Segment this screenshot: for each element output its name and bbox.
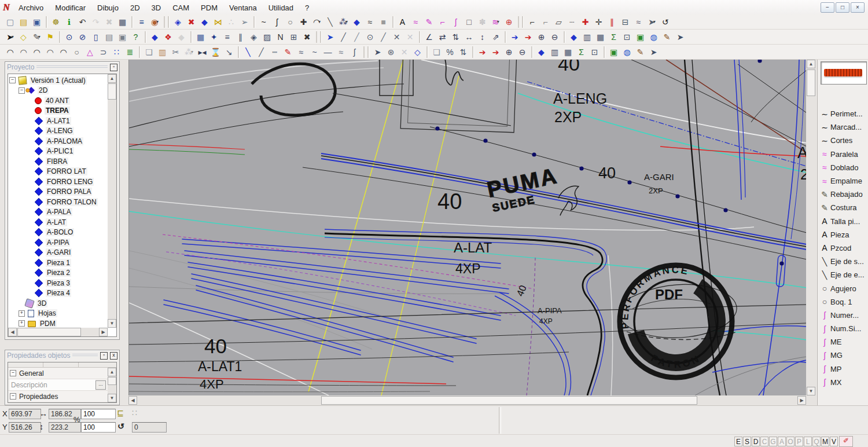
tree-item-pieza-1[interactable]: Pieza 1 bbox=[8, 258, 107, 268]
marking-wave-icon[interactable]: ≈ bbox=[409, 16, 422, 28]
tool-cortes[interactable]: ∼Cortes bbox=[819, 134, 867, 147]
tool-num-si-[interactable]: ʃNum.Si... bbox=[819, 322, 867, 335]
arrow-blue-icon[interactable]: ➔ bbox=[508, 31, 521, 43]
zigzag-icon[interactable]: ≈ bbox=[295, 46, 308, 58]
dotted-measure-icon[interactable]: ┄ bbox=[565, 16, 579, 28]
tree-item-2d[interactable]: −2D bbox=[8, 86, 107, 96]
current-line-style-box[interactable] bbox=[821, 61, 867, 85]
red-cross-icon[interactable]: ✚ bbox=[579, 16, 592, 28]
close-panel-button[interactable]: x bbox=[110, 352, 117, 360]
fillet-icon[interactable]: ◠ bbox=[3, 46, 17, 58]
star-cut-icon[interactable]: ✖ bbox=[300, 31, 314, 43]
toggle-c[interactable]: C bbox=[760, 437, 768, 446]
scale-x-input[interactable] bbox=[81, 409, 116, 419]
ellipse-icon[interactable]: ○ bbox=[70, 46, 83, 58]
toggle-s[interactable]: S bbox=[743, 437, 751, 446]
fill-icon[interactable]: ■ bbox=[377, 16, 390, 28]
draw-pen-icon[interactable]: ✎ bbox=[660, 31, 674, 43]
line-icon[interactable]: — bbox=[321, 46, 334, 58]
globe2-icon[interactable]: ◍ bbox=[620, 46, 634, 58]
info-icon[interactable]: ℹ bbox=[62, 16, 76, 28]
tool-talla-pi-[interactable]: ATalla pi... bbox=[819, 215, 867, 228]
toggle-d[interactable]: D bbox=[752, 437, 760, 446]
tool-numer-[interactable]: ʃNumer... bbox=[819, 309, 867, 322]
fillet2-icon[interactable]: ◠ bbox=[17, 46, 30, 58]
scroll-down-icon[interactable]: ▼ bbox=[108, 394, 116, 402]
props-vscroll-thumb[interactable] bbox=[108, 377, 116, 385]
props-row-description[interactable]: Descripción ... bbox=[8, 379, 116, 391]
zoom-back-icon[interactable]: ⊘ bbox=[76, 31, 89, 43]
slash-icon[interactable]: ╱ bbox=[255, 46, 268, 58]
tool-mp[interactable]: ʃMP bbox=[819, 362, 867, 376]
collapse-icon[interactable]: − bbox=[10, 393, 16, 400]
columns-icon[interactable]: ∥ bbox=[234, 31, 247, 43]
arrow-trim-icon[interactable]: ➤▾ bbox=[645, 16, 659, 28]
tool-doblado[interactable]: ≈Doblado bbox=[819, 161, 867, 174]
scroll-right-icon[interactable]: ▶ bbox=[99, 328, 108, 336]
sum2-icon[interactable]: Σ bbox=[575, 46, 588, 58]
dot-dash-icon[interactable]: ┉ bbox=[268, 46, 281, 58]
toggle-v[interactable]: V bbox=[830, 437, 838, 446]
trim-corner-dotted-icon[interactable]: ⌐ bbox=[539, 16, 552, 28]
angle-icon[interactable]: ∠ bbox=[422, 31, 436, 43]
fcurve-icon[interactable]: ʃ bbox=[348, 46, 361, 58]
piece-icon[interactable]: ◆ bbox=[198, 16, 211, 28]
tool-agujero[interactable]: ○Agujero bbox=[819, 281, 867, 295]
canvas-hscrollbar[interactable]: ◀ ▶ bbox=[128, 395, 806, 405]
tree-item-a-leng[interactable]: A-LENG bbox=[8, 126, 107, 137]
arrow-red-icon[interactable]: ➔ bbox=[521, 31, 535, 43]
press-icon[interactable]: ∴ bbox=[225, 16, 238, 28]
pens-icon[interactable]: ✎▾ bbox=[30, 31, 43, 43]
fillet4-icon[interactable]: ◠ bbox=[43, 46, 57, 58]
toggle-a[interactable]: A bbox=[778, 437, 786, 446]
cursor2-icon[interactable]: ➤ bbox=[647, 46, 660, 58]
segment-small-icon[interactable]: ╱ bbox=[350, 31, 363, 43]
nodes2-icon[interactable]: ⁂▾ bbox=[182, 46, 196, 58]
minimize-button[interactable]: − bbox=[821, 2, 834, 13]
menu-cam[interactable]: CAM bbox=[167, 2, 195, 14]
close-button[interactable]: × bbox=[851, 2, 865, 13]
properties-icon[interactable]: ▦ bbox=[116, 16, 129, 28]
tree-item-a-bolo[interactable]: A-BOLO bbox=[8, 228, 107, 238]
spline-icon[interactable]: ʃ bbox=[270, 16, 284, 28]
cut-icon[interactable]: ✂ bbox=[169, 46, 182, 58]
restore-button[interactable]: □ bbox=[836, 2, 849, 13]
zoom-page-icon[interactable]: ▯ bbox=[89, 31, 102, 43]
curve-icon[interactable]: ~ bbox=[257, 16, 270, 28]
tree-item-pieza-4[interactable]: Pieza 4 bbox=[8, 288, 107, 299]
scroll-down-icon[interactable]: ▼ bbox=[108, 319, 116, 328]
wave3-icon[interactable]: ≈ bbox=[334, 46, 348, 58]
trim-corner-icon[interactable]: ⌐ bbox=[525, 16, 539, 28]
copy2-icon[interactable]: ❏ bbox=[430, 46, 443, 58]
dash-stack-icon[interactable]: ≣ bbox=[123, 46, 137, 58]
tree-item-hojas[interactable]: +Hojas bbox=[8, 309, 107, 319]
tool-pieza[interactable]: APieza bbox=[819, 228, 867, 241]
hourglass-icon[interactable]: ⌛ bbox=[209, 46, 222, 58]
marking-pen-icon[interactable]: ✎ bbox=[422, 16, 436, 28]
calculator-icon[interactable]: ▦ bbox=[194, 31, 207, 43]
tree-item-versi-n-1-actual-[interactable]: −Versión 1 (Actual) bbox=[8, 75, 107, 86]
tree-item-3d[interactable]: 3D bbox=[8, 298, 107, 309]
tool-perimet-[interactable]: ∼Perimet... bbox=[819, 107, 867, 120]
spiral-icon[interactable]: △ bbox=[83, 46, 97, 58]
zoom-out2-icon[interactable]: ⊖ bbox=[516, 46, 529, 58]
print-icon[interactable]: ▣ bbox=[116, 31, 129, 43]
tool-boq-1[interactable]: ○Boq. 1 bbox=[819, 295, 867, 309]
props-section-general[interactable]: − General bbox=[8, 368, 116, 379]
node-box-icon[interactable]: ⊟ bbox=[619, 16, 632, 28]
tree-item-a-lat[interactable]: A-LAT bbox=[8, 217, 107, 228]
tree-item-a-gari[interactable]: A-GARI bbox=[8, 248, 107, 258]
scroll-right-icon[interactable]: ▶ bbox=[797, 396, 806, 405]
tree-hscroll-thumb[interactable] bbox=[17, 328, 81, 336]
fillet3-icon[interactable]: ◠ bbox=[30, 46, 43, 58]
scroll-down-icon[interactable]: ▼ bbox=[807, 387, 815, 395]
notes-tray-icon[interactable]: ✐ bbox=[839, 436, 853, 447]
dock-button[interactable]: ▫ bbox=[110, 64, 117, 71]
tree-item-pieza-3[interactable]: Pieza 3 bbox=[8, 278, 107, 288]
offset-diamond-icon[interactable]: ◇ bbox=[17, 31, 30, 43]
checker-icon[interactable]: ▨ bbox=[260, 31, 274, 43]
wave2-icon[interactable]: ~ bbox=[308, 46, 321, 58]
point-icon[interactable]: ✚ bbox=[297, 16, 310, 28]
target-icon[interactable]: ⊛ bbox=[384, 46, 398, 58]
menu-archivo[interactable]: Archivo bbox=[13, 2, 49, 14]
